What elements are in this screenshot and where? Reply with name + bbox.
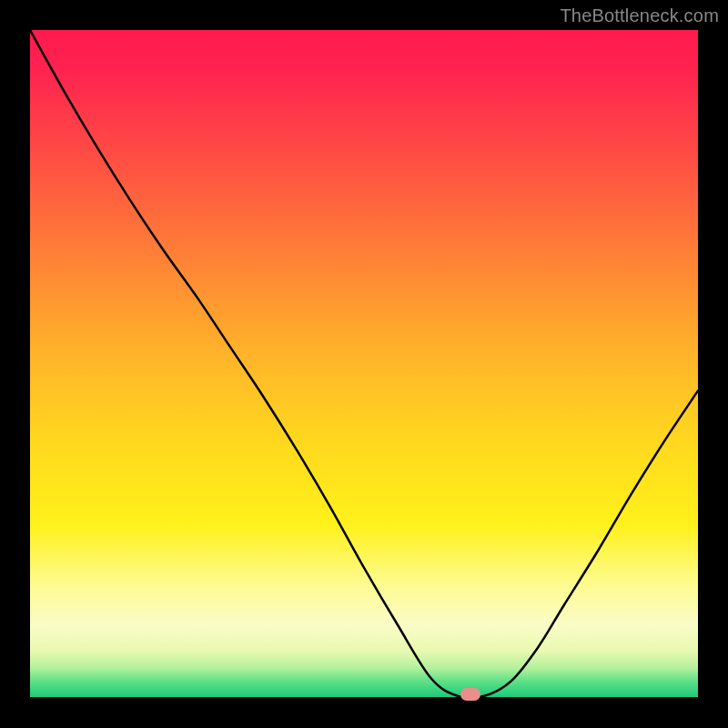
watermark-text: TheBottleneck.com: [560, 5, 719, 26]
chart-svg: [30, 30, 698, 698]
chart-frame: TheBottleneck.com: [0, 0, 728, 728]
plot-area: [30, 30, 698, 698]
gradient-background: [30, 30, 698, 698]
optimal-marker: [460, 688, 480, 701]
